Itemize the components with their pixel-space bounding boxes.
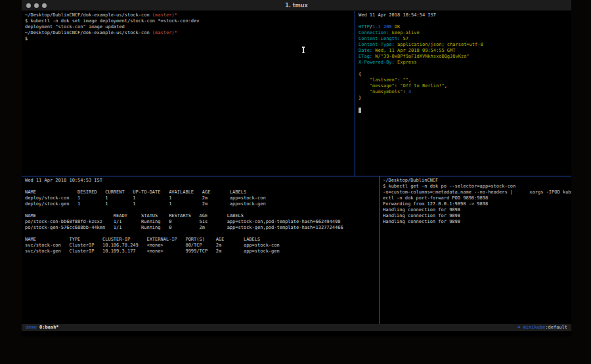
terminal-body: ~/Desktop/DublinCNCF/dok-example-us/stoc… [22,11,571,336]
table-row: svc/stock-con ClusterIP 10.106.78.249 <n… [25,243,379,249]
window-title: 1. tmux [22,3,571,9]
command-output: Forwarding from 127.0.0.1:9898 -> 9898 [383,201,571,207]
table-row: deploy/stock-con 1 1 1 1 2m app=stock-co… [25,195,379,201]
close-button[interactable] [26,3,31,8]
status-left: demo 0:bash* [26,324,517,331]
shell-prompt-line: ~/Desktop/DublinCNCF/dok-example-us/stoc… [25,30,355,36]
table-header: NAME DESIRED CURRENT UP-TO-DATE AVAILABL… [25,190,379,195]
pane-http-response[interactable]: Wed 11 Apr 2018 10:54:54 IST HTTP/1.1 20… [355,11,571,176]
json-brace-close: } [359,95,571,101]
pane-kubectl-get[interactable]: Wed 11 Apr 2018 10:54:53 IST NAME DESIRE… [22,176,379,324]
pane-port-forward[interactable]: ~/Desktop/DublinCNCF $ kubectl get -n do… [380,176,571,324]
table-row: po/stock-con-bb68f88fd-kzsxz 1/1 Running… [25,219,379,225]
shell-command: ectl -n dok port-forward POD 9898:9898 [383,195,571,201]
prompt-path: ~/Desktop/DublinCNCF/dok-example-us/stoc… [25,30,150,35]
terminal-window: 1. tmux ~/Desktop/DublinCNCF/dok-example… [22,0,571,336]
kube-namespace: :default [545,324,567,331]
kube-context: minikube [523,324,546,331]
http-header: Date: Wed, 11 Apr 2018 09:54:55 GMT [359,48,571,54]
mouse-cursor-ibeam [301,47,305,53]
pane-kubectl-deploy[interactable]: ~/Desktop/DublinCNCF/dok-example-us/stoc… [22,11,355,176]
http-header: Content-Type: application/json; charset=… [359,42,571,48]
pane-divider-vertical-bottom[interactable] [379,176,380,324]
zoom-button[interactable] [42,3,47,8]
json-row: "message": "Off to Berlin!", [359,83,571,89]
json-row: "numsymbols": 4 [359,89,571,95]
tmux-status-bar: demo 0:bash* ⎈ minikube :default [22,324,571,331]
table-row: po/stock-gen-576cc688bb-44kmn 1/1 Runnin… [25,225,379,231]
table-header: NAME READY STATUS RESTARTS AGE LABELS [25,213,379,219]
shell-command: $ kubectl get -n dok po --selector=app=s… [383,184,571,190]
git-branch: (master)* [150,30,177,35]
json-row: "lastseen": "", [359,77,571,83]
minimize-button[interactable] [34,3,39,8]
shell-path: ~/Desktop/DublinCNCF [383,178,571,184]
http-header: Connection: keep-alive [359,30,571,36]
tmux-window-label[interactable]: 0:bash* [39,324,59,331]
table-row: svc/stock-gen ClusterIP 10.109.3.177 <no… [25,249,379,254]
http-header: X-Powered-By: Express [359,60,571,66]
command-output: Handling connection for 9898 [383,213,571,219]
timestamp: Wed 11 Apr 2018 10:54:54 IST [359,12,571,18]
table-row: deploy/stock-gen 1 1 1 1 2m app=stock-ge… [25,201,379,207]
table-header: NAME TYPE CLUSTER-IP EXTERNAL-IP PORT(S)… [25,237,379,243]
timestamp: Wed 11 Apr 2018 10:54:53 IST [25,178,379,184]
pane-divider-vertical-top[interactable] [355,11,355,176]
http-status-line: HTTP/1.1 200 OK [359,24,571,30]
kubernetes-helm-icon: ⎈ [517,324,523,331]
status-right: ⎈ minikube :default [517,324,567,331]
http-header: Content-Length: 57 [359,36,571,42]
json-brace-open: { [359,71,571,77]
pane-divider-horizontal[interactable] [22,176,571,176]
desktop-background: 1. tmux ~/Desktop/DublinCNCF/dok-example… [0,0,591,364]
prompt-path: ~/Desktop/DublinCNCF/dok-example-us/stoc… [25,12,150,18]
command-output: Handling connection for 9898 [383,207,571,213]
prompt-char: $ [25,36,355,42]
git-branch: (master)* [150,12,177,18]
shell-command: -o=custom-columns=:metadata.name --no-he… [383,190,571,195]
tmux-session-name: demo [26,324,37,331]
terminal-cursor [359,108,361,113]
shell-prompt-line: ~/Desktop/DublinCNCF/dok-example-us/stoc… [25,12,355,18]
http-header: ETag: W/"39-0xBPf9aF1dXVNkhsxoBQgJ8vKzo" [359,54,571,60]
command-output: deployment "stock-con" image updated [25,24,355,30]
command-output: Handling connection for 9898 [383,219,571,225]
window-titlebar[interactable]: 1. tmux [22,0,571,11]
traffic-lights [26,0,47,11]
shell-command: $ kubectl -n dok set image deployment/st… [25,18,355,24]
